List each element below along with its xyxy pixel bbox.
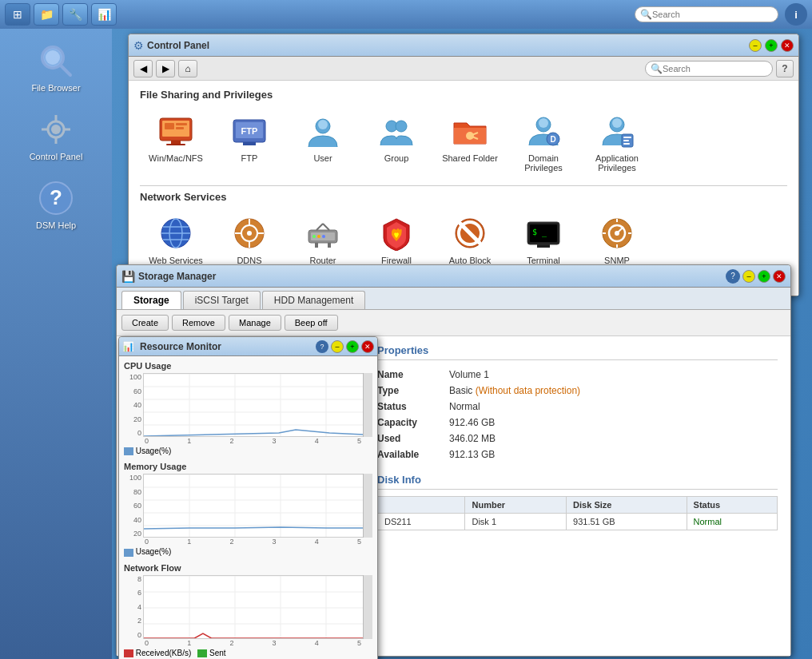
storage-manager-titlebar: 💾 Storage Manager ? – + ✕ <box>117 265 790 288</box>
svg-point-56 <box>322 235 325 238</box>
win-mac-nfs-label: Win/Mac/NFS <box>149 153 203 163</box>
network-y-labels: 8 6 4 2 0 <box>124 575 143 639</box>
disk-number-cell: Disk 1 <box>465 514 567 530</box>
svg-point-54 <box>312 235 316 238</box>
icon-application-privileges[interactable]: Application Privileges <box>581 107 653 177</box>
storage-beep-off-button[interactable]: Beep off <box>285 315 338 331</box>
storage-manager-tabs: Storage iSCSI Target HDD Management <box>117 288 790 310</box>
nav-forward-button[interactable]: ▶ <box>156 60 175 77</box>
resource-monitor-close-button[interactable]: ✕ <box>361 340 374 353</box>
props-status-row: Status Normal <box>377 399 778 415</box>
network-scrollbar[interactable] <box>363 575 372 639</box>
section-divider-1 <box>140 185 787 186</box>
shared-folder-icon <box>451 112 489 150</box>
resource-monitor-titlebar: 📊 Resource Monitor ? – + ✕ <box>119 337 377 356</box>
tab-storage[interactable]: Storage <box>121 291 181 309</box>
memory-chart-wrapper: 100 80 60 40 20 <box>124 474 372 538</box>
control-panel-titlebar: ⚙ Control Panel – + ✕ <box>129 34 798 57</box>
ftp-icon: FTP <box>230 112 269 150</box>
taskbar-main-button[interactable]: ⊞ <box>5 3 30 26</box>
nav-home-button[interactable]: ⌂ <box>178 60 197 77</box>
domain-privileges-label: Domain Privileges <box>511 153 576 173</box>
taskbar-search-input[interactable] <box>652 10 768 19</box>
disk-status-cell: Normal <box>687 514 777 530</box>
tab-iscsi[interactable]: iSCSI Target <box>183 291 261 309</box>
cpu-y-40: 40 <box>124 401 141 409</box>
storage-manager-help-button[interactable]: ? <box>726 269 740 284</box>
cpu-y-labels: 100 60 40 20 0 <box>124 373 143 437</box>
svg-rect-17 <box>171 141 181 144</box>
sidebar-item-dsm-help[interactable]: ? DSM Help <box>12 174 100 235</box>
control-panel-help-button[interactable]: ? <box>776 60 794 77</box>
control-panel-minimize-button[interactable]: – <box>749 39 762 52</box>
router-configuration-icon <box>304 214 342 252</box>
control-panel-window: ⚙ Control Panel – + ✕ ◀ ▶ ⌂ 🔍 ? File Sha… <box>128 34 799 296</box>
cpu-chart-svg <box>144 374 372 437</box>
ddns-icon <box>230 214 269 252</box>
cpu-y-20: 20 <box>124 415 141 423</box>
storage-remove-button[interactable]: Remove <box>172 315 225 331</box>
icon-user[interactable]: User <box>287 107 359 177</box>
svg-point-26 <box>396 121 407 132</box>
svg-point-5 <box>51 125 61 134</box>
storage-create-button[interactable]: Create <box>121 315 169 331</box>
props-type-key: Type <box>377 385 449 396</box>
props-available-key: Available <box>377 449 449 460</box>
win-mac-nfs-icon <box>157 112 195 150</box>
storage-toolbar: Create Remove Manage Beep off <box>117 310 790 336</box>
props-name-row: Name Volume 1 <box>377 367 778 383</box>
svg-text:?: ? <box>50 185 62 209</box>
network-chart-area <box>143 575 372 639</box>
control-panel-title-icon: ⚙ <box>133 39 144 52</box>
cpu-scrollbar[interactable] <box>363 373 372 437</box>
icon-ftp[interactable]: FTP FTP <box>213 107 285 177</box>
icon-group[interactable]: Group <box>360 107 432 177</box>
storage-manager-maximize-button[interactable]: + <box>758 270 770 283</box>
resource-monitor-maximize-button[interactable]: + <box>346 340 359 353</box>
resource-monitor-minimize-button[interactable]: – <box>331 340 344 353</box>
memory-usage-section: Memory Usage 100 80 60 40 20 <box>124 462 372 556</box>
network-legend: Received(KB/s) Sent <box>124 649 372 657</box>
taskbar-info-button[interactable]: i <box>785 3 807 26</box>
sidebar-item-control-panel[interactable]: Control Panel <box>12 105 100 166</box>
svg-point-31 <box>539 118 548 128</box>
storage-manager-close-button[interactable]: ✕ <box>773 270 786 283</box>
control-panel-maximize-button[interactable]: + <box>765 39 778 52</box>
svg-line-57 <box>316 224 323 230</box>
svg-line-58 <box>323 224 329 230</box>
storage-manage-button[interactable]: Manage <box>229 315 281 331</box>
taskbar-chart-button[interactable]: 📊 <box>91 3 117 26</box>
icon-shared-folder[interactable]: Shared Folder <box>434 107 506 177</box>
resource-monitor-help-button[interactable]: ? <box>316 340 328 353</box>
network-flow-section: Network Flow 8 6 4 2 0 <box>124 563 372 657</box>
storage-manager-title: Storage Manager <box>138 271 722 282</box>
disk-info-title: Disk Info <box>377 474 778 490</box>
props-type-val: Basic (Without data protection) <box>449 385 580 396</box>
sidebar-item-file-browser[interactable]: File Browser <box>12 37 100 97</box>
icon-win-mac-nfs[interactable]: Win/Mac/NFS <box>140 107 212 177</box>
svg-rect-59 <box>328 243 331 248</box>
network-chart-svg <box>144 576 372 639</box>
tab-hdd[interactable]: HDD Management <box>262 291 365 309</box>
taskbar-files-button[interactable]: 📁 <box>34 3 59 26</box>
props-capacity-key: Capacity <box>377 417 449 428</box>
sidebar-file-browser-label: File Browser <box>31 83 80 93</box>
svg-line-2 <box>61 66 70 75</box>
svg-point-24 <box>318 120 328 129</box>
storage-manager-minimize-button[interactable]: – <box>742 270 755 283</box>
svg-rect-66 <box>537 244 550 248</box>
icon-domain-privileges[interactable]: D Domain Privileges <box>508 107 579 177</box>
control-panel-search-input[interactable] <box>663 64 766 73</box>
network-services-section-title: Network Services <box>140 191 787 203</box>
control-panel-search-icon: 🔍 <box>651 63 663 74</box>
props-used-row: Used 346.02 MB <box>377 431 778 447</box>
disk-col-status: Status <box>687 497 777 514</box>
sidebar-dsm-help-label: DSM Help <box>36 220 76 230</box>
properties-title: Properties <box>377 344 778 360</box>
cpu-chart-container <box>143 373 372 437</box>
snmp-icon <box>598 214 636 252</box>
control-panel-close-button[interactable]: ✕ <box>781 39 794 52</box>
nav-back-button[interactable]: ◀ <box>133 60 153 77</box>
taskbar-tools-button[interactable]: 🔧 <box>62 3 88 26</box>
memory-scrollbar[interactable] <box>363 474 372 538</box>
